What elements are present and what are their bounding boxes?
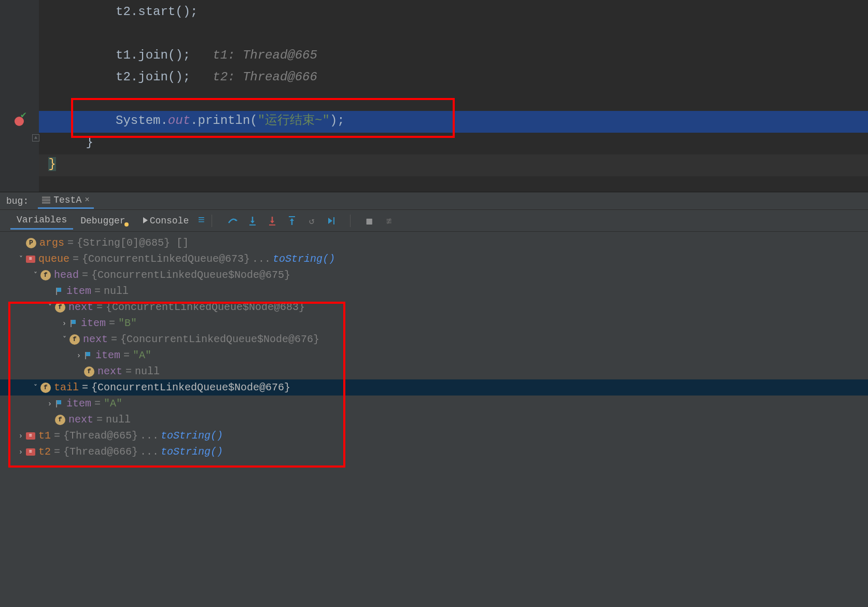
var-row[interactable]: › item="A": [0, 396, 868, 412]
code-line[interactable]: t2.join(); t2: Thread@666: [41, 66, 868, 88]
field-icon: f: [55, 302, 65, 313]
step-over-icon[interactable]: [228, 216, 238, 226]
tab-console[interactable]: Console: [137, 213, 195, 229]
step-out-icon[interactable]: [287, 216, 297, 226]
var-row-queue[interactable]: ˅ ≡ queue={ConcurrentLinkedQueue@673}...…: [0, 251, 868, 267]
gutter[interactable]: ✔ ▲: [0, 0, 39, 192]
inline-hint: t2: Thread@666: [213, 70, 317, 84]
var-row-t2[interactable]: › ≡ t2={Thread@666}...toString(): [0, 444, 868, 460]
flag-icon: [55, 400, 63, 408]
var-row-tail[interactable]: ˅ f tail={ConcurrentLinkedQueue$Node@676…: [0, 379, 868, 396]
drop-frame-icon[interactable]: ↺: [306, 216, 317, 226]
fold-icon[interactable]: ▲: [32, 134, 39, 142]
var-row-args[interactable]: P args={String[0]@685} []: [0, 235, 868, 251]
debugger-toolbar: Variables Debugger Console ≡ ↺ ▦ ≢: [0, 210, 868, 232]
line-number: [0, 45, 35, 66]
code-line[interactable]: }: [41, 132, 868, 153]
settings-icon[interactable]: ≢: [384, 216, 394, 226]
var-row-head[interactable]: ˅ f head={ConcurrentLinkedQueue$Node@675…: [0, 267, 868, 283]
var-row[interactable]: ˅ f next={ConcurrentLinkedQueue$Node@683…: [0, 299, 868, 315]
var-row[interactable]: › item="A": [0, 347, 868, 363]
line-number: [0, 1, 35, 23]
separator: [350, 215, 351, 227]
tab-title: TestA: [53, 195, 81, 205]
code-editor[interactable]: ✔ ▲ t2.start(); t1.join(); t1: Thread@66…: [0, 0, 868, 192]
code-area[interactable]: t2.start(); t1.join(); t1: Thread@665 t2…: [39, 0, 868, 192]
expand-icon[interactable]: ›: [45, 400, 55, 408]
force-step-into-icon[interactable]: [267, 216, 277, 226]
run-config-icon: [42, 196, 50, 204]
expand-icon[interactable]: ˅: [16, 255, 26, 263]
expand-icon[interactable]: ˅: [59, 335, 69, 344]
code-line[interactable]: [41, 88, 868, 110]
field-icon: f: [69, 334, 80, 345]
expand-icon[interactable]: ›: [59, 319, 69, 328]
field-icon: f: [40, 270, 51, 280]
evaluate-icon[interactable]: ▦: [364, 216, 374, 226]
debug-tab-strip: bug: TestA ×: [0, 192, 868, 210]
var-row[interactable]: f next=null: [0, 412, 868, 428]
object-icon: ≡: [26, 256, 35, 263]
var-row-t1[interactable]: › ≡ t1={Thread@665}...toString(): [0, 428, 868, 444]
code-line[interactable]: System.out.println("运行结束~");: [41, 110, 868, 132]
flag-icon: [69, 319, 78, 328]
step-into-icon[interactable]: [247, 216, 258, 226]
debug-panel: bug: TestA × Variables Debugger Console …: [0, 192, 868, 607]
close-icon[interactable]: ×: [85, 195, 90, 205]
expand-icon[interactable]: ›: [16, 432, 26, 440]
debug-tab[interactable]: TestA ×: [38, 193, 94, 209]
tab-variables[interactable]: Variables: [10, 211, 73, 230]
expand-icon[interactable]: ˅: [30, 271, 40, 279]
var-row[interactable]: f next=null: [0, 363, 868, 379]
code-line[interactable]: }: [41, 153, 868, 175]
variables-tree[interactable]: P args={String[0]@685} [] ˅ ≡ queue={Con…: [0, 232, 868, 463]
line-number: [0, 88, 35, 110]
inline-hint: t1: Thread@665: [213, 48, 317, 62]
flag-icon: [84, 351, 92, 360]
tostring-link[interactable]: toString(): [161, 446, 223, 458]
code-line[interactable]: t1.join(); t1: Thread@665: [41, 45, 868, 66]
play-icon: [143, 217, 148, 223]
flag-icon: [55, 287, 63, 295]
object-icon: ≡: [26, 448, 35, 456]
separator: [212, 215, 212, 227]
code-line[interactable]: [41, 23, 868, 45]
expand-icon[interactable]: ˅: [45, 303, 55, 312]
line-number: [0, 66, 35, 88]
line-number: [0, 23, 35, 45]
field-icon: f: [84, 366, 94, 377]
var-row[interactable]: › item="B": [0, 315, 868, 331]
debug-label: bug:: [2, 196, 33, 206]
tab-debugger[interactable]: Debugger: [74, 213, 135, 229]
field-icon: f: [40, 383, 51, 393]
var-row[interactable]: ˅ f next={ConcurrentLinkedQueue$Node@676…: [0, 331, 868, 347]
code-line[interactable]: t2.start();: [41, 1, 868, 23]
notification-dot-icon: [124, 222, 129, 227]
layout-icon[interactable]: ≡: [196, 216, 206, 226]
var-row[interactable]: item=null: [0, 283, 868, 299]
field-icon: f: [55, 415, 65, 425]
expand-icon[interactable]: ›: [74, 351, 84, 360]
tostring-link[interactable]: toString(): [273, 253, 335, 265]
expand-icon[interactable]: ›: [16, 448, 26, 456]
parameter-icon: P: [26, 238, 36, 248]
object-icon: ≡: [26, 432, 35, 440]
run-to-cursor-icon[interactable]: [326, 216, 337, 226]
expand-icon[interactable]: ˅: [30, 383, 40, 392]
tostring-link[interactable]: toString(): [161, 430, 223, 442]
breakpoint-verified-icon: ✔: [21, 109, 26, 120]
